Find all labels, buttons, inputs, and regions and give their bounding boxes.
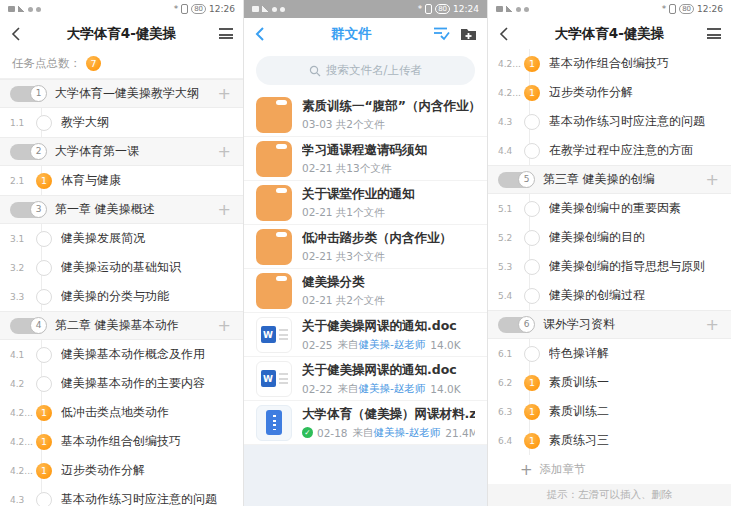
section-row[interactable]: 2.11体育与健康 bbox=[0, 166, 243, 195]
back-button[interactable] bbox=[254, 26, 276, 42]
back-button[interactable] bbox=[10, 26, 32, 42]
file-meta: 02-25来自健美操-赵老师14.0K bbox=[302, 338, 475, 352]
section-row[interactable]: 3.3健美操的分类与功能 bbox=[0, 282, 243, 311]
taskpoint-summary: 任务点总数： 7 bbox=[0, 49, 243, 79]
uploaded-check-icon: ✓ bbox=[302, 427, 313, 438]
chapter-toggle[interactable]: 3 bbox=[10, 202, 46, 218]
section-row[interactable]: 5.3健美操创编的指导思想与原则 bbox=[488, 252, 731, 281]
file-title: 低冲击踏步类（内含作业） bbox=[302, 230, 475, 247]
section-number: 4.2... bbox=[10, 408, 36, 418]
section-row[interactable]: 4.2...1低冲击类点地类动作 bbox=[0, 398, 243, 427]
uploader-link[interactable]: 健美操-赵老师 bbox=[374, 426, 441, 440]
expand-plus-icon[interactable]: + bbox=[218, 202, 231, 218]
section-row[interactable]: 5.2健美操创编的目的 bbox=[488, 223, 731, 252]
menu-icon[interactable] bbox=[219, 28, 233, 39]
section-title: 特色操详解 bbox=[549, 345, 719, 362]
expand-plus-icon[interactable]: + bbox=[218, 144, 231, 160]
section-row[interactable]: 4.3基本动作练习时应注意的问题 bbox=[488, 107, 731, 136]
section-row[interactable]: 4.2...1迈步类动作分解 bbox=[0, 456, 243, 485]
folder-icon bbox=[256, 97, 292, 133]
section-row[interactable]: 6.31素质训练二 bbox=[488, 397, 731, 426]
section-title: 健美操运动的基础知识 bbox=[61, 259, 231, 276]
section-title: 迈步类动作分解 bbox=[61, 462, 231, 479]
sort-filter-icon[interactable] bbox=[433, 26, 450, 41]
folder-row[interactable]: 学习通课程邀请码须知02-21 共13个文件 bbox=[244, 137, 487, 181]
plus-icon: + bbox=[520, 461, 533, 479]
uploader-link[interactable]: 健美操-赵老师 bbox=[359, 338, 426, 352]
search-input[interactable]: 搜索文件名/上传者 bbox=[256, 56, 475, 85]
section-row[interactable]: 4.2...1迈步类动作分解 bbox=[488, 78, 731, 107]
file-date: 02-18 bbox=[317, 427, 348, 439]
signal-icon bbox=[18, 6, 25, 12]
doc-icon: W bbox=[256, 361, 292, 397]
section-title: 健美操创编的目的 bbox=[549, 229, 719, 246]
section-row[interactable]: 4.3基本动作练习时应注意的问题 bbox=[0, 485, 243, 506]
menu-icon[interactable] bbox=[707, 28, 721, 39]
chapter-row[interactable]: 6课外学习资料+ bbox=[488, 310, 731, 339]
app-notification-icon bbox=[524, 7, 529, 12]
folder-row[interactable]: 低冲击踏步类（内含作业）02-21 共3个文件 bbox=[244, 225, 487, 269]
section-row[interactable]: 4.2健美操基本动作的主要内容 bbox=[0, 369, 243, 398]
chapter-row[interactable]: 1大学体育—健美操教学大纲+ bbox=[0, 79, 243, 108]
file-row[interactable]: 大学体育（健美操）网课材料.zip✓02-18来自健美操-赵老师21.4M bbox=[244, 401, 487, 445]
section-title: 素质练习三 bbox=[549, 432, 719, 449]
folder-row[interactable]: 关于课堂作业的通知02-21 共1个文件 bbox=[244, 181, 487, 225]
app-notification-icon bbox=[280, 7, 285, 12]
section-row[interactable]: 4.2...1基本动作组合创编技巧 bbox=[0, 427, 243, 456]
folder-add-icon[interactable] bbox=[460, 26, 477, 41]
folder-row[interactable]: 素质训练一“腹部”（内含作业）03-03 共2个文件 bbox=[244, 93, 487, 137]
chapter-toggle[interactable]: 4 bbox=[10, 318, 46, 334]
section-row[interactable]: 5.1健美操创编中的重要因素 bbox=[488, 194, 731, 223]
chapter-toggle[interactable]: 6 bbox=[498, 317, 534, 333]
folder-row[interactable]: 健美操分类02-21 共2个文件 bbox=[244, 269, 487, 313]
expand-plus-icon[interactable]: + bbox=[218, 86, 231, 102]
section-row[interactable]: 4.1健美操基本动作概念及作用 bbox=[0, 340, 243, 369]
chapter-title: 第三章 健美操的创编 bbox=[543, 171, 706, 188]
chapter-toggle[interactable]: 2 bbox=[10, 144, 46, 160]
folder-icon bbox=[256, 273, 292, 309]
chapter-row[interactable]: 3第一章 健美操概述+ bbox=[0, 195, 243, 224]
chapter-toggle[interactable]: 1 bbox=[10, 86, 46, 102]
file-date: 02-22 bbox=[302, 383, 333, 395]
section-row[interactable]: 5.4健美操的创编过程 bbox=[488, 281, 731, 310]
chapter-toggle[interactable]: 5 bbox=[498, 172, 534, 188]
chapter-row[interactable]: 4第二章 健美操基本动作+ bbox=[0, 311, 243, 340]
chapter-row[interactable]: 5第三章 健美操的创编+ bbox=[488, 165, 731, 194]
file-row[interactable]: W关于健美操网课的通知.doc02-25来自健美操-赵老师14.0K bbox=[244, 313, 487, 357]
back-button[interactable] bbox=[498, 26, 520, 42]
bluetooth-icon: * bbox=[662, 5, 667, 14]
sim-icon bbox=[8, 6, 15, 12]
section-row[interactable]: 6.41素质练习三 bbox=[488, 426, 731, 455]
file-title: 关于健美操网课的通知.doc bbox=[302, 362, 475, 379]
section-number: 6.2 bbox=[498, 378, 524, 388]
section-title: 基本动作练习时应注意的问题 bbox=[549, 113, 719, 130]
chapter-row[interactable]: 2大学体育第一课+ bbox=[0, 137, 243, 166]
section-row[interactable]: 3.2健美操运动的基础知识 bbox=[0, 253, 243, 282]
section-row[interactable]: 4.4在教学过程中应注意的方面 bbox=[488, 136, 731, 165]
file-meta: 02-21 共2个文件 bbox=[302, 294, 475, 308]
search-icon bbox=[309, 65, 321, 77]
add-chapter-button[interactable]: + 添加章节 bbox=[488, 455, 731, 484]
expand-plus-icon[interactable]: + bbox=[706, 317, 719, 333]
chapter-number: 4 bbox=[30, 317, 47, 334]
taskpoint-badge: 1 bbox=[36, 463, 52, 479]
expand-plus-icon[interactable]: + bbox=[218, 318, 231, 334]
file-row[interactable]: W关于健美操网课的通知.doc02-22来自健美操-赵老师14.0K bbox=[244, 357, 487, 401]
progress-circle bbox=[524, 288, 540, 304]
section-row[interactable]: 4.2...1基本动作组合创编技巧 bbox=[488, 49, 731, 78]
taskpoint-badge: 1 bbox=[36, 173, 52, 189]
file-meta: 02-22来自健美操-赵老师14.0K bbox=[302, 382, 475, 396]
section-row[interactable]: 1.1教学大纲 bbox=[0, 108, 243, 137]
section-number: 3.1 bbox=[10, 234, 36, 244]
section-title: 迈步类动作分解 bbox=[549, 84, 719, 101]
section-row[interactable]: 6.21素质训练一 bbox=[488, 368, 731, 397]
expand-plus-icon[interactable]: + bbox=[706, 172, 719, 188]
swipe-hint: 提示：左滑可以插入、删除 bbox=[488, 484, 731, 506]
section-row[interactable]: 6.1特色操详解 bbox=[488, 339, 731, 368]
uploader-link[interactable]: 健美操-赵老师 bbox=[359, 382, 426, 396]
progress-circle bbox=[36, 492, 52, 506]
section-number: 5.4 bbox=[498, 291, 524, 301]
section-title: 健美操创编的指导思想与原则 bbox=[549, 258, 719, 275]
section-row[interactable]: 3.1健美操发展简况 bbox=[0, 224, 243, 253]
section-number: 5.1 bbox=[498, 204, 524, 214]
